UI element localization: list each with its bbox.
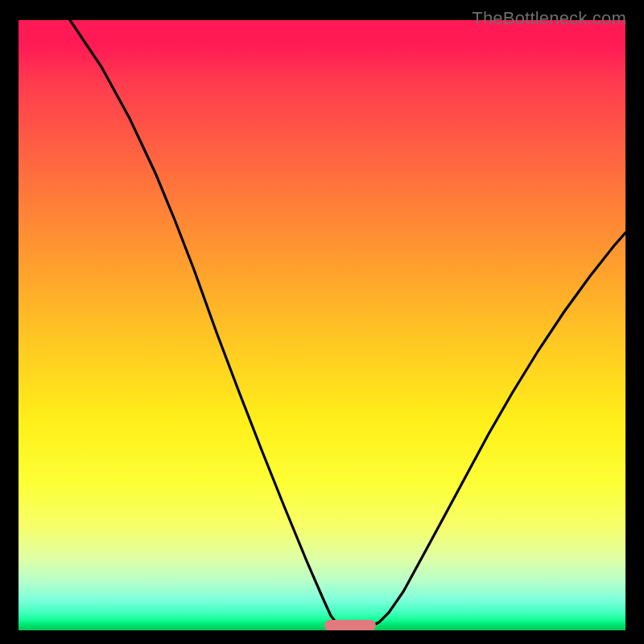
- chart-plot-area: [19, 20, 625, 630]
- chart-bottom-marker: [324, 620, 376, 630]
- watermark-text: TheBottleneck.com: [472, 8, 626, 29]
- chart-curve-path: [70, 20, 625, 628]
- chart-curve-svg: [19, 20, 625, 630]
- chart-frame: TheBottleneck.com: [8, 8, 636, 636]
